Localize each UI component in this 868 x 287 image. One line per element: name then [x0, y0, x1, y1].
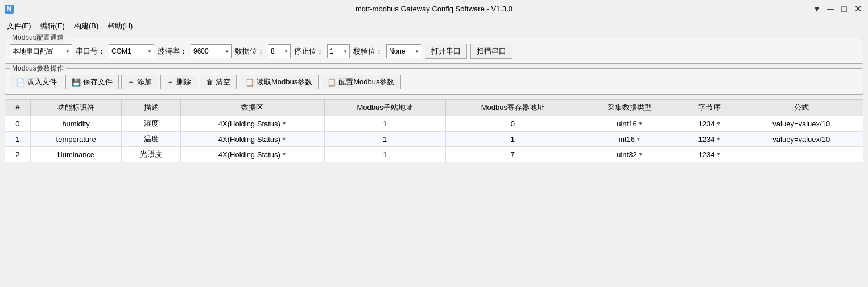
- delete-icon: －: [167, 77, 174, 87]
- menu-file[interactable]: 文件(F): [2, 19, 36, 33]
- minimize-btn[interactable]: ─: [825, 3, 836, 15]
- cell-byte-order[interactable]: 1234▼: [680, 147, 739, 162]
- cell-data-area-arrow[interactable]: ▼: [282, 121, 287, 126]
- cell-data-area-arrow[interactable]: ▼: [282, 136, 287, 142]
- read-modbus-icon: 📋: [245, 78, 254, 87]
- load-file-icon: 📄: [16, 78, 25, 87]
- save-file-icon: 💾: [72, 78, 81, 87]
- col-data-type: 采集数据类型: [580, 100, 680, 116]
- toolbar-row: 📄 调入文件 💾 保存文件 ＋ 添加 － 删除 🗑 清空 📋 读取Modbu: [10, 75, 858, 89]
- data-bits-wrapper[interactable]: 8: [268, 44, 291, 58]
- delete-btn[interactable]: － 删除: [160, 75, 197, 89]
- col-byte-order: 字节序: [680, 100, 739, 116]
- cell-byte-order[interactable]: 1234▼: [680, 116, 739, 132]
- cell-byte-order-arrow[interactable]: ▼: [716, 136, 721, 142]
- menu-edit[interactable]: 编辑(E): [36, 19, 69, 33]
- delete-label: 删除: [176, 77, 191, 87]
- scan-port-btn[interactable]: 扫描串口: [470, 44, 512, 59]
- cell-data-type-arrow[interactable]: ▼: [636, 136, 641, 142]
- clear-btn[interactable]: 🗑 清空: [200, 75, 237, 89]
- window-title: mqtt-modbus Gateway Config Software - V1…: [356, 5, 512, 13]
- col-slave-addr: Modbus子站地址: [324, 100, 445, 116]
- parity-select[interactable]: None: [386, 44, 421, 58]
- main-content: Modbus配置通道 本地串口配置 串口号： COM1 波特率： 9600 数据…: [0, 34, 868, 166]
- modbus-ops-title: Modbus参数操作: [10, 64, 66, 73]
- parity-wrapper[interactable]: None: [386, 44, 421, 58]
- titlebar: M mqtt-modbus Gateway Config Software - …: [0, 0, 868, 18]
- titlebar-left: M: [5, 5, 14, 14]
- table-row[interactable]: 0humidity湿度4X(Holding Status)▼10uint16▼1…: [5, 116, 863, 132]
- load-file-label: 调入文件: [27, 77, 57, 87]
- modbus-config-section: Modbus配置通道 本地串口配置 串口号： COM1 波特率： 9600 数据…: [5, 38, 863, 64]
- read-modbus-btn[interactable]: 📋 读取Modbus参数: [239, 75, 319, 89]
- data-bits-label: 数据位：: [235, 46, 264, 56]
- cell-desc: 温度: [122, 132, 180, 147]
- cell-data-area-text: 4X(Holding Status): [218, 135, 280, 144]
- window-controls[interactable]: ▾ ─ □ ✕: [811, 3, 863, 15]
- cell-id: 2: [5, 147, 31, 162]
- port-config-wrapper[interactable]: 本地串口配置: [10, 44, 72, 58]
- cell-data-type-text: int16: [619, 135, 635, 144]
- config-modbus-btn[interactable]: 📋 配置Modbus参数: [321, 75, 400, 89]
- cell-data-area-text: 4X(Holding Status): [218, 120, 280, 128]
- cell-byte-order-text: 1234: [698, 135, 715, 144]
- cell-reg-addr: 0: [445, 116, 580, 132]
- save-file-label: 保存文件: [83, 77, 113, 87]
- cell-data-type-arrow[interactable]: ▼: [638, 121, 643, 126]
- cell-data-type-text: uint16: [617, 120, 636, 128]
- cell-slave-addr: 1: [324, 132, 445, 147]
- dropdown-btn[interactable]: ▾: [811, 3, 822, 15]
- menu-help[interactable]: 帮助(H): [103, 19, 137, 33]
- add-btn[interactable]: ＋ 添加: [121, 75, 158, 89]
- cell-data-type-text: uint32: [617, 150, 636, 159]
- cell-data-type[interactable]: uint16▼: [580, 116, 680, 132]
- data-bits-select[interactable]: 8: [268, 44, 291, 58]
- table-row[interactable]: 2illuminance光照度4X(Holding Status)▼17uint…: [5, 147, 863, 162]
- modbus-config-title: Modbus配置通道: [10, 33, 66, 43]
- close-btn[interactable]: ✕: [852, 3, 863, 15]
- cell-id: 0: [5, 116, 31, 132]
- cell-byte-order[interactable]: 1234▼: [680, 132, 739, 147]
- cell-byte-order-arrow[interactable]: ▼: [716, 121, 721, 126]
- read-modbus-label: 读取Modbus参数: [257, 77, 312, 87]
- cell-identifier: temperature: [30, 132, 122, 147]
- cell-desc: 湿度: [122, 116, 180, 132]
- maximize-btn[interactable]: □: [838, 3, 850, 15]
- col-formula: 公式: [739, 100, 863, 116]
- menu-build[interactable]: 构建(B): [69, 19, 103, 33]
- clear-label: 清空: [216, 77, 230, 87]
- stop-bits-select[interactable]: 1: [327, 44, 350, 58]
- cell-data-area[interactable]: 4X(Holding Status)▼: [180, 147, 324, 162]
- cell-byte-order-text: 1234: [698, 150, 715, 159]
- clear-icon: 🗑: [206, 78, 213, 87]
- port-select[interactable]: COM1: [109, 44, 154, 58]
- app-icon: M: [5, 5, 14, 14]
- load-file-btn[interactable]: 📄 调入文件: [10, 75, 63, 89]
- cell-data-area[interactable]: 4X(Holding Status)▼: [180, 116, 324, 132]
- baud-select[interactable]: 9600: [191, 44, 232, 58]
- menubar: 文件(F) 编辑(E) 构建(B) 帮助(H): [0, 18, 868, 34]
- open-port-btn[interactable]: 打开串口: [425, 44, 467, 59]
- col-desc: 描述: [122, 100, 180, 116]
- port-config-select[interactable]: 本地串口配置: [10, 44, 72, 58]
- cell-data-type-arrow[interactable]: ▼: [638, 151, 643, 157]
- cell-formula: [739, 147, 863, 162]
- cell-data-area[interactable]: 4X(Holding Status)▼: [180, 132, 324, 147]
- cell-reg-addr: 7: [445, 147, 580, 162]
- cell-byte-order-arrow[interactable]: ▼: [716, 151, 721, 157]
- stop-bits-wrapper[interactable]: 1: [327, 44, 350, 58]
- port-select-wrapper[interactable]: COM1: [109, 44, 154, 58]
- config-modbus-label: 配置Modbus参数: [338, 77, 394, 87]
- cell-data-type[interactable]: uint32▼: [580, 147, 680, 162]
- cell-id: 1: [5, 132, 31, 147]
- save-file-btn[interactable]: 💾 保存文件: [65, 75, 119, 89]
- cell-data-type[interactable]: int16▼: [580, 132, 680, 147]
- cell-formula: valuey=valuex/10: [739, 116, 863, 132]
- port-label: 串口号：: [76, 46, 105, 56]
- table-row[interactable]: 1temperature温度4X(Holding Status)▼11int16…: [5, 132, 863, 147]
- add-icon: ＋: [127, 77, 135, 87]
- cell-data-area-arrow[interactable]: ▼: [282, 151, 287, 157]
- cell-data-area-text: 4X(Holding Status): [218, 150, 280, 159]
- col-data-area: 数据区: [180, 100, 324, 116]
- baud-select-wrapper[interactable]: 9600: [191, 44, 232, 58]
